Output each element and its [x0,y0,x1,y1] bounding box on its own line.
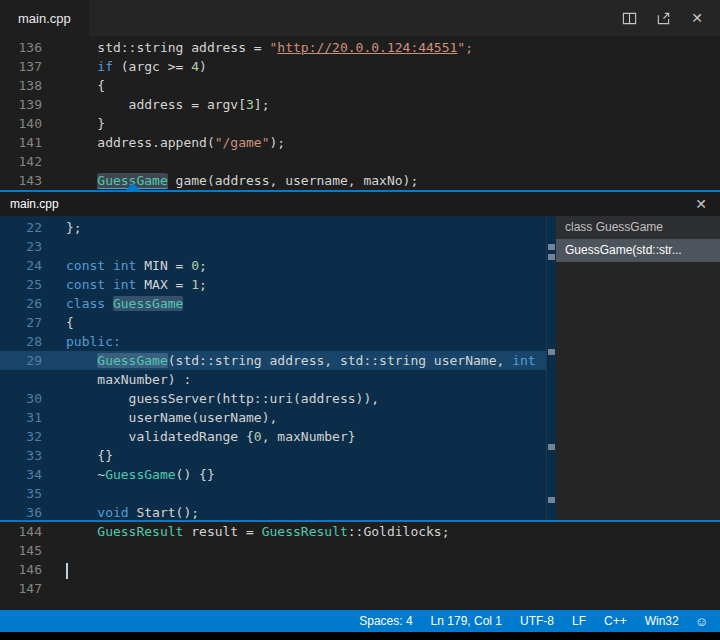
code-token: maxNumber) : [66,372,191,387]
code-token: GuessGame [113,296,183,311]
code-line[interactable]: 136 std::string address = "http://20.0.0… [0,38,720,57]
code-line[interactable]: 27{ [0,313,546,332]
peek-anchor-arrow [125,183,141,191]
line-number: 34 [0,465,42,484]
code-token: ; [199,277,207,292]
peek-overview-ruler [546,216,556,520]
code-line[interactable]: 146 [0,560,720,579]
code-line[interactable]: 36 void Start(); [0,503,546,520]
code-token: int [113,258,136,273]
code-line[interactable]: 22}; [0,218,546,237]
line-number: 25 [0,275,42,294]
code-token: void [97,505,128,520]
code-token: }; [66,220,82,235]
code-token: const [66,258,105,273]
code-line[interactable]: 143 GuessGame game(address, username, ma… [0,171,720,190]
code-token: GuessResult [97,524,183,539]
code-line[interactable]: 137 if (argc >= 4) [0,57,720,76]
feedback-smiley-icon[interactable]: ☺ [695,614,708,629]
code-token: guessServer(http::uri(address)), [66,391,379,406]
status-item[interactable]: Ln 179, Col 1 [431,614,502,628]
code-token: 0 [254,429,262,444]
code-line[interactable]: 31 userName(userName), [0,408,546,427]
code-line[interactable]: 32 validatedRange {0, maxNumber} [0,427,546,446]
code-line[interactable]: 141 address.append("/game"); [0,133,720,152]
code-token: ::Goldilocks; [348,524,450,539]
status-item[interactable]: C++ [604,614,627,628]
code-line[interactable]: 25const int MAX = 1; [0,275,546,294]
open-preview-icon[interactable] [654,9,672,27]
line-number: 36 [0,503,42,520]
code-token: MIN = [136,258,191,273]
code-token: "; [457,40,473,55]
code-token: "/game" [215,135,270,150]
code-token: std::string address = [66,40,270,55]
code-line[interactable]: 140 } [0,114,720,133]
code-line[interactable]: 23 [0,237,546,256]
line-number: 31 [0,408,42,427]
close-icon[interactable]: ✕ [688,9,706,27]
status-item[interactable]: UTF-8 [520,614,554,628]
code-line[interactable]: 30 guessServer(http::uri(address)), [0,389,546,408]
code-line[interactable]: 28public: [0,332,546,351]
line-number: 23 [0,237,42,256]
code-token [66,524,97,539]
code-token: () {} [176,467,215,482]
code-token: ) [199,59,207,74]
code-line[interactable]: 139 address = argv[3]; [0,95,720,114]
line-number: 142 [0,152,42,171]
code-line[interactable]: 33 {} [0,446,546,465]
peek-editor: 22};2324const int MIN = 0;25const int MA… [0,216,546,520]
peek-result-item[interactable]: GuessGame(std::str... [556,239,720,262]
code-token: (std::string address, std::string userNa… [168,353,512,368]
code-token: validatedRange { [66,429,254,444]
code-line[interactable]: 29 GuessGame(std::string address, std::s… [0,351,546,370]
overview-ruler-mark [548,254,555,260]
status-item[interactable]: LF [572,614,586,628]
tab-main-cpp[interactable]: main.cpp [0,0,89,36]
code-line[interactable]: 35 [0,484,546,503]
code-line[interactable]: 147 [0,579,720,598]
line-number: 140 [0,114,42,133]
code-line[interactable]: 142 [0,152,720,171]
code-token [105,277,113,292]
code-line[interactable]: 34 ~GuessGame() {} [0,465,546,484]
code-token: ; [199,258,207,273]
code-token: address = argv[ [66,97,246,112]
line-number [0,370,42,389]
editor-lines-bottom: 144 GuessResult result = GuessResult::Go… [0,522,720,610]
overview-ruler-mark [548,244,555,250]
status-item[interactable]: Spaces: 4 [359,614,412,628]
line-number: 145 [0,541,42,560]
code-line[interactable]: 145 [0,541,720,560]
status-items: Spaces: 4Ln 179, Col 1UTF-8LFC++Win32 [341,614,678,628]
code-line[interactable]: 26class GuessGame [0,294,546,313]
code-token [105,258,113,273]
code-token: GuessGame [105,467,175,482]
code-line[interactable]: maxNumber) : [0,370,546,389]
code-token: http://20.0.0.124:44551 [277,40,457,55]
peek-title: main.cpp [10,197,59,211]
footer-strip [0,632,720,640]
code-line[interactable]: 24const int MIN = 0; [0,256,546,275]
peek-body: 22};2324const int MIN = 0;25const int MA… [0,216,720,520]
line-number: 147 [0,579,42,598]
code-line[interactable]: 138 { [0,76,720,95]
code-token: userName(userName), [66,410,277,425]
code-token: {} [66,448,113,463]
line-number: 139 [0,95,42,114]
code-line[interactable]: 144 GuessResult result = GuessResult::Go… [0,522,720,541]
line-number: 136 [0,38,42,57]
peek-close-icon[interactable]: ✕ [692,195,710,213]
vscode-window: main.cpp ✕ 136 std::string address = "ht… [0,0,720,640]
line-number: 138 [0,76,42,95]
status-item[interactable]: Win32 [645,614,679,628]
code-token [105,296,113,311]
peek-result-item[interactable]: class GuessGame [556,216,720,239]
code-token: Start(); [129,505,199,520]
line-number: 30 [0,389,42,408]
code-token: ~ [66,467,105,482]
overview-ruler-mark [548,444,555,450]
split-editor-icon[interactable] [620,9,638,27]
code-token: , maxNumber} [262,429,356,444]
